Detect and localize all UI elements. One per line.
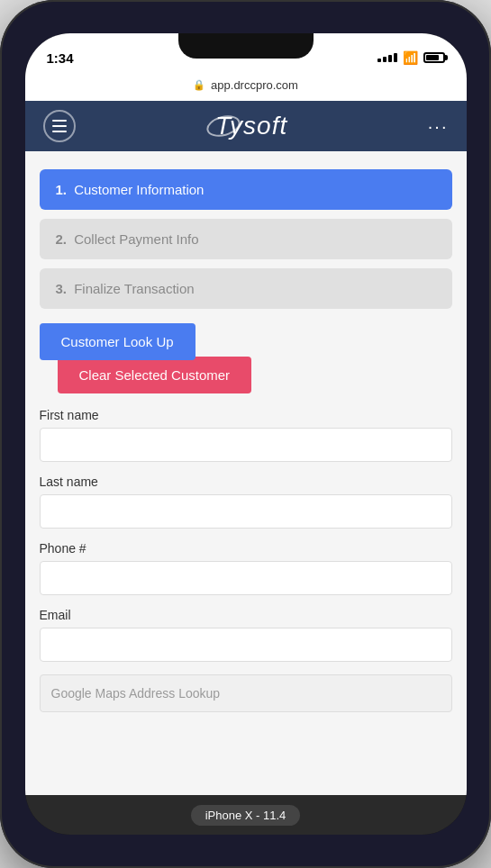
- email-group: Email: [40, 608, 452, 662]
- google-maps-button[interactable]: Google Maps Address Lookup: [40, 674, 452, 712]
- device-label: iPhone X - 11.4: [191, 805, 301, 826]
- hamburger-icon: [52, 120, 67, 132]
- battery-icon: [423, 52, 445, 63]
- status-icons: 📶: [377, 50, 445, 65]
- first-name-input[interactable]: [40, 428, 452, 462]
- nav-bar: Tysoft ···: [25, 101, 467, 151]
- step-1-label: Customer Information: [74, 182, 204, 197]
- main-content: 1. Customer Information 2. Collect Payme…: [25, 151, 467, 795]
- clear-selected-customer-button[interactable]: Clear Selected Customer: [58, 357, 252, 393]
- email-label: Email: [40, 608, 452, 622]
- step-3-label: Finalize Transaction: [74, 281, 194, 296]
- last-name-group: Last name: [40, 475, 452, 529]
- address-bar: 🔒 app.drccpro.com: [25, 73, 467, 101]
- google-maps-group: Google Maps Address Lookup: [40, 674, 452, 712]
- hamburger-button[interactable]: [43, 110, 76, 142]
- step-1-number: 1.: [56, 182, 68, 197]
- phone-screen: 1:34 📶 🔒 app.drccpro.com: [25, 33, 467, 835]
- phone-input[interactable]: [40, 561, 452, 595]
- phone-group: Phone #: [40, 541, 452, 595]
- lock-icon: 🔒: [193, 79, 205, 91]
- action-buttons: Customer Look Up Clear Selected Customer: [40, 323, 452, 393]
- bottom-bar: iPhone X - 11.4: [25, 795, 467, 835]
- logo-text: Tysoft: [215, 112, 287, 140]
- step-2[interactable]: 2. Collect Payment Info: [40, 219, 452, 259]
- step-1[interactable]: 1. Customer Information: [40, 169, 452, 210]
- first-name-label: First name: [40, 408, 452, 422]
- last-name-label: Last name: [40, 475, 452, 489]
- step-2-label: Collect Payment Info: [74, 231, 198, 247]
- customer-lookup-button[interactable]: Customer Look Up: [40, 323, 195, 360]
- email-input[interactable]: [40, 628, 452, 662]
- step-2-number: 2.: [56, 231, 68, 247]
- more-menu-button[interactable]: ···: [428, 116, 449, 137]
- wifi-icon: 📶: [403, 50, 418, 65]
- step-3[interactable]: 3. Finalize Transaction: [40, 268, 452, 309]
- phone-frame: 1:34 📶 🔒 app.drccpro.com: [0, 0, 491, 868]
- notch: [178, 33, 314, 59]
- status-time: 1:34: [47, 50, 74, 66]
- logo: Tysoft: [215, 112, 287, 140]
- url-text: app.drccpro.com: [211, 78, 298, 92]
- step-3-number: 3.: [56, 281, 68, 296]
- last-name-input[interactable]: [40, 494, 452, 529]
- signal-icon: [377, 53, 397, 62]
- phone-label: Phone #: [40, 541, 452, 556]
- first-name-group: First name: [40, 408, 452, 462]
